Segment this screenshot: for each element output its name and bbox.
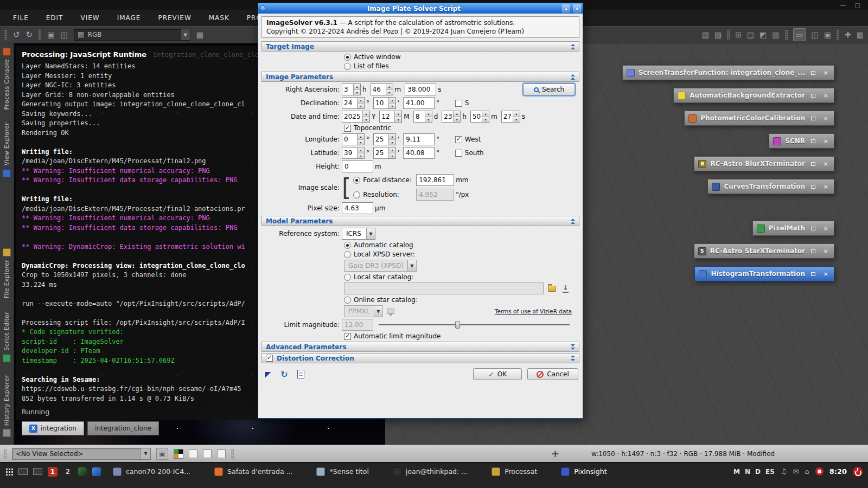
search-button[interactable]: Search [523,84,575,95]
dec-seconds-input[interactable]: 41.00 [403,97,435,109]
menu-item[interactable]: EDIT [37,14,72,22]
volume-icon[interactable]: ♫ [781,467,787,476]
network-icon[interactable]: ⌂ [805,467,809,476]
taskbar-task[interactable]: PixInsight [561,467,607,476]
process-window[interactable]: CurvesTransformation × [707,179,834,194]
redo-icon[interactable]: ↻ [26,31,33,39]
tray-indicator[interactable]: N [745,468,750,476]
limit-magnitude-slider[interactable] [379,321,570,329]
close-icon[interactable]: × [821,159,830,168]
zoom-in-icon[interactable]: ▦ [702,31,709,38]
hour-spinner[interactable]: 23▴▾ [442,111,461,123]
online-star-catalog-radio[interactable] [344,297,351,304]
menu-item[interactable]: FILE [4,14,37,22]
focal-distance-radio[interactable] [353,177,360,184]
shade-button[interactable] [809,137,818,145]
tray-indicator[interactable]: ES [765,468,775,476]
workspace-1-button[interactable]: 1 [48,467,58,477]
new-instance-button[interactable]: ◤ [263,369,273,380]
tile-windows-icon[interactable]: ▤ [747,31,754,38]
menu-item[interactable]: VIEW [72,14,108,22]
reference-system-select[interactable]: ICRS▼ [342,228,375,240]
ra-seconds-input[interactable]: 38.000 [405,84,436,95]
section-model-parameters[interactable]: Model Parameters [261,216,579,226]
lon-minutes-spinner[interactable]: 25▴▾ [373,133,396,145]
distortion-correction-checkbox[interactable] [266,355,273,362]
mask-icon[interactable]: ▩ [196,31,203,38]
process-window[interactable]: ScreenTransferFunction: integration_clon… [622,65,834,80]
mail-icon[interactable]: ✉ [793,467,799,476]
close-icon[interactable]: × [821,182,830,191]
auto-limit-checkbox[interactable] [344,333,351,340]
taskbar-task[interactable]: joan@thinkpad: ... [393,467,468,476]
reset-button[interactable]: ↻ [279,369,290,380]
duplicate-window-icon[interactable]: ◫ [60,31,67,38]
swatch-slot[interactable] [203,450,212,458]
new-window-icon[interactable]: ▣ [47,31,54,38]
tray-indicator[interactable]: M [733,468,740,476]
taskbar-task[interactable]: Processat [492,467,537,476]
lon-seconds-input[interactable]: 9.11 [403,133,435,145]
workspace-pager-icon[interactable] [18,468,28,475]
shade-button[interactable] [809,68,818,77]
section-image-parameters[interactable]: Image Parameters [261,72,579,82]
power-button[interactable] [853,467,863,477]
second-spinner[interactable]: 27▴▾ [501,111,520,123]
image-tab-integration[interactable]: X integration [22,421,84,435]
snapshot-icon[interactable]: ▣ [824,31,831,38]
process-window[interactable]: PhotometricColorCalibration × [684,111,834,126]
menu-item[interactable]: IMAGE [108,14,150,22]
topocentric-checkbox[interactable] [344,125,351,132]
shade-button[interactable] [809,159,818,168]
tab-view-explorer[interactable]: View Explorer [3,123,11,177]
resolution-radio[interactable] [353,191,360,198]
close-icon[interactable]: × [573,4,581,12]
close-icon[interactable]: × [821,224,830,233]
chevron-down-icon[interactable]: ▼ [181,29,190,40]
process-window[interactable]: HistogramTransformation × [694,266,834,281]
dec-degrees-spinner[interactable]: 24▴▾ [342,97,365,109]
list-of-files-radio[interactable] [344,63,351,70]
automatic-catalog-radio[interactable] [344,242,351,249]
ra-minutes-spinner[interactable]: 46▴▾ [371,84,393,95]
shade-button[interactable] [809,114,818,123]
launcher-terminal-icon[interactable] [78,467,87,476]
process-window[interactable]: PixelMath × [752,221,834,236]
process-window[interactable]: S RC-Astro StarXTerminator × [694,243,834,259]
pan-tool-icon[interactable]: ✚ [845,31,851,38]
dec-minutes-spinner[interactable]: 10▴▾ [373,97,396,109]
browse-folder-icon[interactable] [548,286,556,292]
documentation-button[interactable] [295,369,306,380]
menu-item[interactable]: MASK [200,14,238,22]
dialog-titlebar[interactable]: Image Plate Solver Script ▴ × [258,3,583,14]
ra-hours-spinner[interactable]: 3▴▾ [342,84,361,95]
readout-icon[interactable]: ◫ [812,31,819,38]
cascade-windows-icon[interactable]: ◩ [760,31,767,38]
process-window[interactable]: SCNR × [769,133,834,149]
zoom-out-icon[interactable]: ▧ [714,31,722,38]
lat-degrees-spinner[interactable]: 39▴▾ [342,147,365,159]
close-icon[interactable]: × [821,269,830,278]
slider-handle[interactable] [455,321,460,329]
minimize-icon[interactable]: — [840,2,846,8]
fit-view-icon[interactable]: ⊞ [735,31,742,38]
section-distortion-correction[interactable]: Distortion Correction [261,353,579,363]
tab-history-explorer[interactable]: History Explorer [3,375,11,437]
pixel-size-input[interactable]: 4.63 [342,202,373,214]
section-advanced-parameters[interactable]: Advanced Parameters [261,342,579,352]
active-window-radio[interactable] [344,54,351,61]
download-icon[interactable]: ↓ [563,285,569,293]
workspace-pager-icon[interactable] [33,468,42,475]
south-checkbox[interactable] [455,150,462,157]
close-icon[interactable]: × [821,68,830,77]
ok-button[interactable]: ✓OK [473,368,522,380]
close-icon[interactable]: × [821,137,830,145]
toolbar-drag-handle[interactable] [4,30,7,40]
tab-file-explorer[interactable]: File Explorer [3,248,11,299]
collapse-icon[interactable] [571,44,575,49]
process-window[interactable]: AutomaticBackgroundExtractor × [673,88,834,103]
shade-button[interactable] [809,182,818,191]
clock[interactable]: 8:20 [829,467,847,476]
image-tab-integration-clone[interactable]: integration_clone [87,421,159,435]
section-target-image[interactable]: Target Image [261,41,579,52]
